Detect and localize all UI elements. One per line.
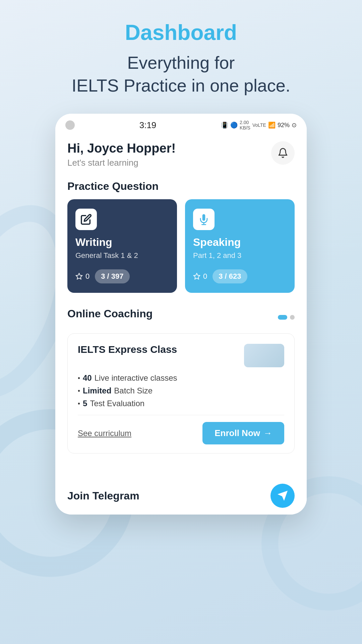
feature-2-number: Limited (83, 386, 111, 395)
carousel-dots (278, 315, 295, 320)
feature-2-text: Batch Size (114, 386, 153, 395)
battery-level: 92% (278, 122, 290, 129)
telegram-icon (277, 490, 289, 502)
feature-1-number: 40 (83, 373, 92, 383)
signal-4g-icon: 📶 (268, 121, 276, 129)
telegram-title: Join Telegram (67, 490, 139, 502)
record-icon: ⊙ (292, 121, 297, 129)
arrow-right-icon: → (263, 428, 272, 438)
status-bar: 3:19 📳 🔵 2.00KB/S VoLTE 📶 92% ⊙ (55, 114, 307, 135)
coaching-card-title: IELTS Express Class (78, 344, 177, 355)
bluetooth-icon: 🔵 (230, 121, 238, 129)
page-title: Dashboard (72, 20, 290, 45)
coaching-image (244, 344, 284, 367)
speaking-star-count: 0 (203, 272, 207, 281)
coaching-card: IELTS Express Class 40 Live interactive … (67, 333, 295, 453)
enroll-now-label: Enroll Now (215, 428, 260, 438)
carousel-dot-active[interactable] (278, 315, 287, 320)
coaching-card-header: IELTS Express Class (78, 344, 284, 367)
speaking-stars: 0 (193, 272, 207, 281)
telegram-header: Join Telegram (67, 484, 295, 508)
speaking-progress: 3 / 623 (213, 269, 247, 283)
speaking-card[interactable]: Speaking Part 1, 2 and 3 0 3 / 623 (185, 199, 295, 293)
speaking-stats: 0 3 / 623 (193, 269, 287, 283)
writing-star-count: 0 (85, 272, 89, 281)
greeting-block: Hi, Joyce Hopper! Let's start learning (67, 141, 176, 168)
page-header: Dashboard Everything forIELTS Practice i… (72, 20, 290, 97)
practice-section-title: Practice Question (67, 180, 295, 193)
volte-icon: VoLTE (252, 122, 266, 128)
coaching-features-list: 40 Live interactive classes Limited Batc… (78, 373, 284, 408)
telegram-section: Join Telegram (55, 474, 307, 515)
svg-marker-3 (194, 273, 200, 279)
notification-button[interactable] (271, 141, 295, 165)
app-content: Hi, Joyce Hopper! Let's start learning P… (55, 135, 307, 470)
status-icons: 📳 🔵 2.00KB/S VoLTE 📶 92% ⊙ (221, 120, 297, 130)
coaching-feature-1: 40 Live interactive classes (78, 373, 284, 383)
star-icon (75, 273, 83, 280)
greeting-name: Hi, Joyce Hopper! (67, 141, 176, 156)
star-icon-2 (193, 273, 200, 280)
header-row: Hi, Joyce Hopper! Let's start learning (67, 141, 295, 168)
feature-3-number: 5 (83, 399, 87, 408)
writing-stars: 0 (75, 272, 89, 281)
coaching-section-title: Online Coaching (67, 308, 153, 320)
coaching-feature-2: Limited Batch Size (78, 386, 284, 395)
feature-3-text: Test Evaluation (90, 399, 144, 408)
writing-card[interactable]: Writing General Task 1 & 2 0 3 / 397 (67, 199, 177, 293)
pencil-icon (80, 214, 92, 225)
coaching-footer: See curriculum Enroll Now → (78, 422, 284, 444)
page-subtitle: Everything forIELTS Practice in one plac… (72, 52, 290, 97)
see-curriculum-link[interactable]: See curriculum (78, 429, 131, 438)
microphone-icon (198, 214, 209, 225)
speaking-desc: Part 1, 2 and 3 (193, 251, 287, 260)
vibrate-icon: 📳 (221, 121, 228, 129)
svg-marker-0 (76, 273, 82, 279)
speaking-title: Speaking (193, 236, 287, 249)
coaching-feature-3: 5 Test Evaluation (78, 399, 284, 408)
writing-title: Writing (75, 236, 169, 249)
coaching-divider (78, 415, 284, 415)
writing-progress: 3 / 397 (95, 269, 129, 283)
writing-desc: General Task 1 & 2 (75, 251, 169, 260)
status-time: 3:19 (139, 120, 157, 130)
coaching-header: Online Coaching (67, 308, 295, 327)
data-speed: 2.00KB/S (240, 120, 250, 130)
carousel-dot-inactive[interactable] (290, 315, 295, 320)
practice-cards-container: Writing General Task 1 & 2 0 3 / 397 (67, 199, 295, 293)
writing-stats: 0 3 / 397 (75, 269, 169, 283)
enroll-now-button[interactable]: Enroll Now → (202, 422, 284, 444)
bell-icon (278, 148, 288, 158)
telegram-button[interactable] (270, 484, 295, 508)
feature-1-text: Live interactive classes (95, 373, 177, 383)
writing-icon-box (75, 209, 97, 230)
greeting-sub: Let's start learning (67, 158, 176, 168)
camera-dot (65, 120, 75, 130)
phone-mockup: 3:19 📳 🔵 2.00KB/S VoLTE 📶 92% ⊙ Hi, Joyc… (55, 114, 307, 515)
speaking-icon-box (193, 209, 215, 230)
